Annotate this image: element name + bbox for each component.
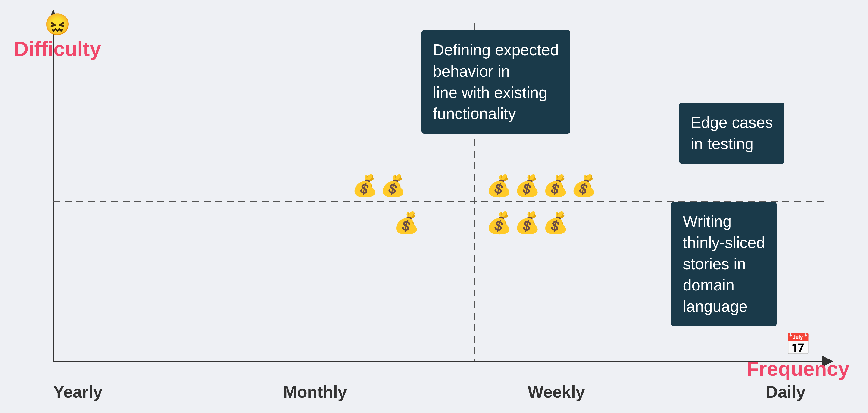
tick-daily: Daily (766, 382, 806, 402)
coins-row-4: 💰 💰 💰 (486, 211, 568, 235)
difficulty-icon: 😖 (44, 14, 70, 35)
frequency-label: Frequency (746, 357, 849, 381)
frequency-icon: 📅 (785, 334, 811, 355)
difficulty-label: Difficulty (14, 37, 101, 61)
coins-row-1: 💰 💰 (352, 174, 406, 198)
y-axis-label: 😖 Difficulty (14, 14, 101, 61)
coins-row-3: 💰 (394, 211, 420, 235)
tick-weekly: Weekly (528, 382, 585, 402)
x-axis-label: 📅 Frequency (746, 334, 849, 381)
chart-container: 😖 Difficulty 📅 Frequency Yearly Monthly … (0, 0, 868, 413)
tick-monthly: Monthly (283, 382, 347, 402)
x-tick-labels: Yearly Monthly Weekly Daily (53, 382, 806, 402)
data-box-writing-stories: Writing thinly-sliced stories in domain … (671, 202, 777, 326)
data-box-defining-expected: Defining expected behavior in line with … (421, 30, 570, 134)
coins-row-2: 💰 💰 💰 💰 (486, 174, 597, 198)
data-box-edge-cases: Edge cases in testing (679, 102, 784, 164)
tick-yearly: Yearly (53, 382, 102, 402)
